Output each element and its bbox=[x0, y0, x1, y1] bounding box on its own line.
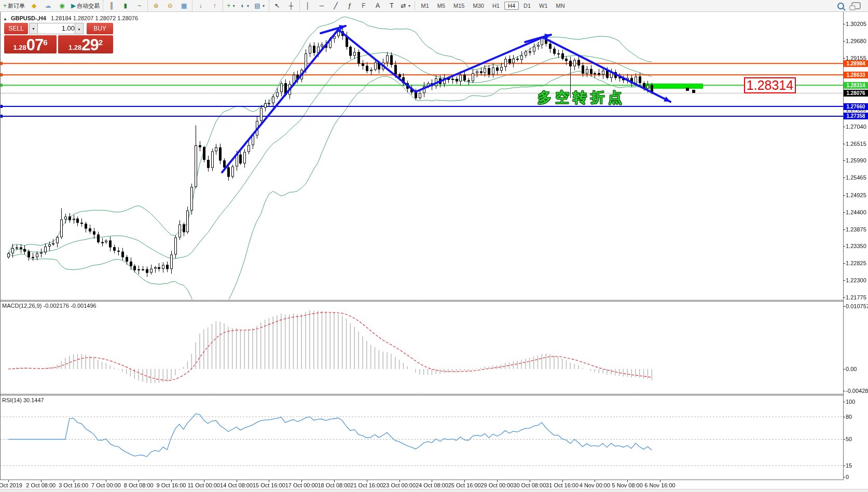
date-axis-label: 23 Oct 00:00 bbox=[383, 482, 416, 488]
sell-price-big: 07 bbox=[26, 37, 43, 53]
new-order-button[interactable]: +新订单 bbox=[1, 1, 27, 11]
price-tick-label: 1.23875 bbox=[846, 226, 866, 233]
timeframe-bar: M1M5M15M30H1H4D1W1MN bbox=[415, 2, 569, 10]
indicator-down-button[interactable]: ↓ bbox=[194, 1, 208, 11]
date-axis-label: 30 Oct 08:00 bbox=[513, 482, 546, 488]
sell-price-button[interactable]: 1.28 07 6 bbox=[4, 35, 57, 53]
autotrading-button-label: 自动交易 bbox=[77, 1, 100, 11]
date-axis-label: 29 Oct 00:00 bbox=[481, 482, 514, 488]
profiles-clock-button[interactable]: ◐▼ bbox=[238, 1, 252, 11]
buy-price-button[interactable]: 1.28 29 2 bbox=[58, 35, 113, 53]
price-tag-box[interactable]: 1.28314 bbox=[744, 77, 796, 93]
add-indicator-button[interactable]: +▼ bbox=[224, 1, 238, 11]
timeframe-w1[interactable]: W1 bbox=[535, 2, 552, 10]
trendline-icon: ╱ bbox=[334, 1, 337, 11]
volume-decrease-button[interactable]: ▼ bbox=[29, 23, 38, 34]
tile-windows-button[interactable]: ▦ bbox=[177, 1, 191, 11]
toolbar-buttons: +新订单◆☁◉▶自动交易║▮~⊕⊖▦↓↑+▼◐▼▤▼↖┼│─╱ƒFAT⇄▼ bbox=[0, 0, 415, 11]
chat-icon[interactable] bbox=[851, 2, 861, 9]
collapse-icon[interactable]: ▲ bbox=[3, 17, 7, 21]
cursor-button[interactable]: ↖ bbox=[270, 1, 284, 11]
sell-button[interactable]: SELL bbox=[4, 23, 28, 34]
zoom-in-button[interactable]: ⊕ bbox=[149, 1, 163, 11]
chevron-down-icon: ▼ bbox=[232, 1, 236, 11]
text-icon: A bbox=[376, 1, 380, 11]
crosshair-button[interactable]: ┼ bbox=[284, 1, 298, 11]
date-axis-label: 18 Oct 08:00 bbox=[318, 482, 351, 488]
vertical-line-icon: │ bbox=[306, 1, 310, 11]
profiles-clock-icon: ◐ bbox=[241, 1, 244, 11]
signals-button[interactable]: ◉ bbox=[55, 1, 69, 11]
autotrading-button[interactable]: ▶自动交易 bbox=[69, 1, 102, 11]
date-axis-label: 4 Nov 00:00 bbox=[580, 482, 610, 488]
rsi-axis-label: 50 bbox=[846, 436, 852, 442]
chart-wizard-button[interactable]: ◆ bbox=[27, 1, 41, 11]
indicator-up-button[interactable]: ↑ bbox=[208, 1, 222, 11]
rsi-axis-label: 0 bbox=[846, 474, 849, 480]
fibo-expansion-button[interactable]: F bbox=[357, 1, 371, 11]
timeframe-mn[interactable]: MN bbox=[553, 2, 569, 10]
zoom-out-button[interactable]: ⊖ bbox=[163, 1, 177, 11]
timeframe-m30[interactable]: M30 bbox=[470, 2, 488, 10]
date-axis-label: 2 Oct 08:00 bbox=[26, 482, 56, 488]
text-button[interactable]: A bbox=[371, 1, 385, 11]
timeframe-h1[interactable]: H1 bbox=[489, 2, 503, 10]
buy-price-pip: 2 bbox=[99, 38, 103, 47]
profile-button[interactable]: ☁ bbox=[41, 1, 55, 11]
symbol-name: GBPUSD-,H4 bbox=[11, 15, 46, 21]
line-chart-icon: ~ bbox=[137, 1, 141, 11]
price-tick-label: 1.29680 bbox=[846, 38, 866, 44]
turning-point-annotation[interactable]: 多空转折点 bbox=[538, 88, 626, 107]
line-chart-button[interactable]: ~ bbox=[132, 1, 146, 11]
bar-chart-button[interactable]: ║ bbox=[104, 1, 118, 11]
rsi-axis-label: 100 bbox=[846, 399, 855, 405]
price-tick-label: 1.25465 bbox=[846, 174, 866, 181]
timeframe-m1[interactable]: M1 bbox=[418, 2, 433, 10]
timeframe-m5[interactable]: M5 bbox=[434, 2, 449, 10]
rsi-indicator-label: RSI(14) 30.1447 bbox=[2, 397, 44, 403]
volume-input[interactable]: 1.00 bbox=[37, 23, 78, 34]
chart-wizard-icon: ◆ bbox=[32, 1, 36, 11]
price-tick-label: 1.22300 bbox=[846, 277, 866, 283]
date-axis-label: 21 Oct 16:00 bbox=[350, 482, 383, 488]
date-axis-label: 6 Nov 16:00 bbox=[644, 482, 675, 488]
date-axis-label: 7 Oct 00:00 bbox=[91, 482, 121, 488]
price-line-chip: 1.28076 bbox=[844, 90, 868, 97]
bar-chart-icon: ║ bbox=[109, 1, 114, 11]
fibo-expansion-icon: F bbox=[362, 1, 365, 11]
cursor-icon: ↖ bbox=[274, 1, 280, 11]
timeframe-d1[interactable]: D1 bbox=[520, 2, 534, 10]
timeframe-h4[interactable]: H4 bbox=[504, 2, 519, 10]
price-tick-label: 1.27040 bbox=[846, 124, 866, 130]
autotrading-icon: ▶ bbox=[71, 1, 76, 11]
indicator-up-icon: ↑ bbox=[213, 1, 216, 11]
date-axis-label: 25 Oct 16:00 bbox=[448, 482, 481, 488]
template-icon: ▤ bbox=[254, 1, 260, 11]
fibonacci-icon: ƒ bbox=[348, 1, 352, 11]
sell-price-prefix: 1.28 bbox=[13, 44, 26, 51]
text-label-button[interactable]: T bbox=[385, 1, 399, 11]
price-tick-label: 1.24400 bbox=[846, 209, 866, 215]
buy-price-prefix: 1.28 bbox=[68, 44, 81, 51]
vertical-line-button[interactable]: │ bbox=[301, 1, 315, 11]
symbol-header[interactable]: ▲ GBPUSD-,H4 1.28184 1.28207 1.28072 1.2… bbox=[3, 15, 138, 21]
macd-indicator-label: MACD(12,26,9) -0.002176 -0.001496 bbox=[2, 303, 97, 309]
volume-increase-button[interactable]: ▲ bbox=[75, 23, 84, 34]
date-axis-label: 31 Oct 16:00 bbox=[546, 482, 578, 488]
date-axis-label: 11 Oct 00:00 bbox=[188, 482, 220, 488]
horizontal-line-button[interactable]: ─ bbox=[315, 1, 329, 11]
chart-canvas[interactable] bbox=[0, 0, 868, 492]
search-icon[interactable] bbox=[837, 3, 844, 9]
candlestick-chart-button[interactable]: ▮ bbox=[118, 1, 132, 11]
date-axis-label: 9 Oct 16:00 bbox=[157, 482, 186, 488]
price-tick-label: 1.22825 bbox=[846, 260, 866, 266]
timeframe-m15[interactable]: M15 bbox=[450, 2, 468, 10]
fibonacci-button[interactable]: ƒ bbox=[343, 1, 357, 11]
arrows-button[interactable]: ⇄▼ bbox=[399, 1, 414, 11]
buy-button[interactable]: BUY bbox=[87, 23, 113, 34]
date-axis-label: 1 Oct 2019 bbox=[0, 482, 22, 488]
draw-group: │─╱ƒFAT⇄▼ bbox=[299, 0, 415, 11]
price-tick-label: 1.30205 bbox=[846, 21, 866, 27]
trendline-button[interactable]: ╱ bbox=[329, 1, 343, 11]
template-button[interactable]: ▤▼ bbox=[252, 1, 267, 11]
